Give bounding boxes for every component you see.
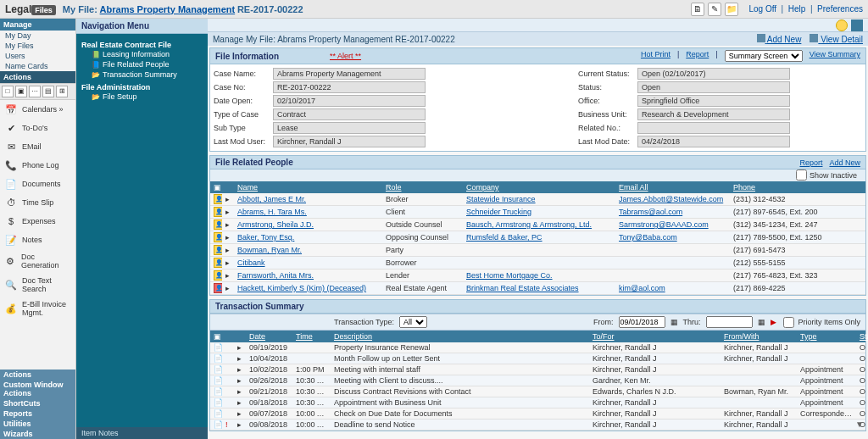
prefs-link[interactable]: Preferences: [817, 4, 863, 14]
table-row[interactable]: 📄▸09/18/201810:30 AMAppointment with Bus…: [210, 397, 865, 408]
view-summary-link[interactable]: View Summary: [810, 50, 860, 62]
col-time[interactable]: Time: [296, 332, 313, 341]
nav-item[interactable]: File Setup: [81, 92, 203, 102]
table-row[interactable]: 👤▸CitibankBorrower(212) 555-5155: [210, 257, 865, 270]
action-doc-text-search[interactable]: 🔍Doc Text Search: [0, 273, 75, 297]
email-link[interactable]: Tony@Baba.com: [619, 233, 677, 242]
table-row[interactable]: 👤▸Baker, Tony Esq.Opposing CounselRumsfe…: [210, 231, 865, 244]
icon-folder[interactable]: 📁: [725, 3, 738, 16]
tx-thru-input[interactable]: [706, 316, 753, 328]
action-e-bill-invoice-mgmt-[interactable]: 💰E-Bill Invoice Mgmt.: [0, 297, 75, 320]
tool-icon[interactable]: ⋯: [29, 86, 41, 97]
expand-icon[interactable]: ▸: [225, 284, 230, 292]
person-name-link[interactable]: Armstrong, Sheila J.D.: [237, 220, 314, 229]
doc-icon[interactable]: 📄: [214, 409, 222, 418]
email-link[interactable]: James.Abbott@Statewide.com: [619, 195, 723, 203]
table-row[interactable]: 👤▸Farnsworth, Anita Mrs.LenderBest Home …: [210, 270, 865, 282]
actions-header[interactable]: Actions: [0, 71, 75, 83]
email-link[interactable]: kim@aol.com: [619, 284, 665, 292]
section-header[interactable]: ShortCuts: [0, 398, 75, 408]
expand-icon[interactable]: ▸: [225, 195, 230, 203]
expand-icon[interactable]: ▸: [225, 233, 230, 242]
table-row[interactable]: 👤▸Hackett, Kimberly S (Kim) (Deceased)Re…: [210, 282, 865, 295]
expand-icon[interactable]: ▸: [225, 208, 230, 216]
col-name[interactable]: Name: [237, 183, 258, 192]
tx-type-select[interactable]: All: [399, 316, 427, 328]
calendar-icon[interactable]: ▦: [758, 318, 765, 326]
show-inactive-toggle[interactable]: Show Inactive: [796, 169, 857, 181]
hot-print-link[interactable]: Hot Print: [641, 50, 670, 62]
expand-icon[interactable]: ▸: [225, 258, 230, 267]
section-header[interactable]: Actions: [0, 370, 75, 380]
add-new-link[interactable]: Add New: [757, 34, 802, 44]
logoff-link[interactable]: Log Off: [748, 4, 776, 14]
nav-group[interactable]: File Administration: [81, 83, 203, 92]
expand-icon[interactable]: ▸: [237, 343, 242, 352]
person-name-link[interactable]: Baker, Tony Esq.: [237, 233, 294, 242]
action-to-do-s[interactable]: ✔To-Do's: [0, 119, 75, 137]
tool-icon[interactable]: ▣: [15, 86, 27, 97]
manage-header[interactable]: Manage: [0, 19, 75, 31]
expand-icon[interactable]: ▸: [237, 365, 242, 374]
action-email[interactable]: ✉EMail: [0, 137, 75, 156]
doc-icon[interactable]: 📄: [214, 343, 222, 352]
section-header[interactable]: Reports: [0, 408, 75, 419]
expand-icon[interactable]: ▸: [237, 387, 242, 396]
frp-report-link[interactable]: Report: [799, 158, 822, 167]
priority-only-checkbox[interactable]: [783, 317, 794, 328]
expand-icon[interactable]: ▸: [225, 271, 230, 280]
table-row[interactable]: 👤▸Bowman, Ryan Mr.Party(217) 691-5473: [210, 244, 865, 257]
table-row[interactable]: 📄▸10/02/20181:00 PMMeeting with internal…: [210, 364, 865, 375]
nav-item[interactable]: Transaction Summary: [81, 69, 203, 80]
doc-icon[interactable]: 📄: [214, 387, 222, 396]
action-time-slip[interactable]: ⏱Time Slip: [0, 193, 75, 212]
go-icon[interactable]: ▶: [771, 318, 776, 326]
nav-group[interactable]: Real Estate Contract File: [81, 41, 203, 49]
doc-icon[interactable]: 📄: [214, 354, 222, 363]
col-expand-icon[interactable]: ▣: [210, 181, 222, 193]
manage-item[interactable]: Name Cards: [0, 61, 75, 71]
person-name-link[interactable]: Farnsworth, Anita Mrs.: [237, 271, 314, 280]
myfile-link[interactable]: Abrams Property Management: [100, 4, 236, 14]
calendar-icon[interactable]: ▦: [670, 318, 678, 326]
col-role[interactable]: Role: [386, 183, 402, 192]
section-header[interactable]: Utilities: [0, 419, 75, 429]
col-desc[interactable]: Description: [334, 332, 372, 341]
expand-icon[interactable]: ▸: [237, 420, 242, 429]
col-phone[interactable]: Phone: [733, 183, 755, 192]
company-link[interactable]: Schneider Trucking: [466, 208, 531, 216]
manage-item[interactable]: My Day: [0, 31, 75, 41]
company-link[interactable]: Bausch, Armstrong & Armstrong, Ltd.: [466, 220, 592, 229]
summary-select[interactable]: Summary Screen: [725, 50, 803, 62]
tool-icon[interactable]: □: [2, 86, 14, 97]
item-notes[interactable]: Item Notes: [76, 427, 208, 439]
table-row[interactable]: 📄▸10/04/2018Month Follow up on Letter Se…: [210, 353, 865, 364]
alert-link[interactable]: ** Alert **: [330, 52, 361, 60]
expand-icon[interactable]: ▸: [237, 354, 242, 363]
person-name-link[interactable]: Hackett, Kimberly S (Kim) (Deceased): [237, 284, 366, 292]
doc-icon[interactable]: 📄: [214, 420, 222, 429]
action-notes[interactable]: 📝Notes: [0, 231, 75, 249]
show-inactive-checkbox[interactable]: [796, 169, 807, 181]
help-link[interactable]: Help: [788, 4, 806, 14]
table-row[interactable]: 👤▸Abbott, James E Mr.BrokerStatewide Ins…: [210, 193, 865, 206]
col-date[interactable]: Date: [249, 332, 265, 341]
action-expenses[interactable]: $Expenses: [0, 212, 75, 231]
section-header[interactable]: Wizards: [0, 429, 75, 439]
table-row[interactable]: 📄!▸09/08/201810:00 AMDeadline to send No…: [210, 420, 865, 431]
col-company[interactable]: Company: [466, 183, 499, 192]
col-tofor[interactable]: To/For: [593, 332, 615, 341]
icon-new-doc[interactable]: 🗎: [691, 3, 704, 16]
nav-item[interactable]: Leasing Information: [81, 49, 203, 59]
col-fromwith[interactable]: From/With: [724, 332, 760, 341]
table-row[interactable]: 📄▸09/19/2019Property Insurance RenewalKi…: [210, 342, 865, 353]
table-row[interactable]: 👤▸Abrams, H. Tara Ms.ClientSchneider Tru…: [210, 206, 865, 219]
nav-item[interactable]: File Related People: [81, 59, 203, 69]
doc-icon[interactable]: 📄: [214, 365, 222, 374]
person-name-link[interactable]: Abbott, James E Mr.: [237, 195, 306, 203]
person-name-link[interactable]: Bowman, Ryan Mr.: [237, 246, 302, 254]
action-phone-log[interactable]: 📞Phone Log: [0, 156, 75, 175]
icon-edit[interactable]: ✎: [708, 3, 721, 16]
person-name-link[interactable]: Citibank: [237, 258, 265, 267]
col-email[interactable]: Email All: [619, 183, 648, 192]
